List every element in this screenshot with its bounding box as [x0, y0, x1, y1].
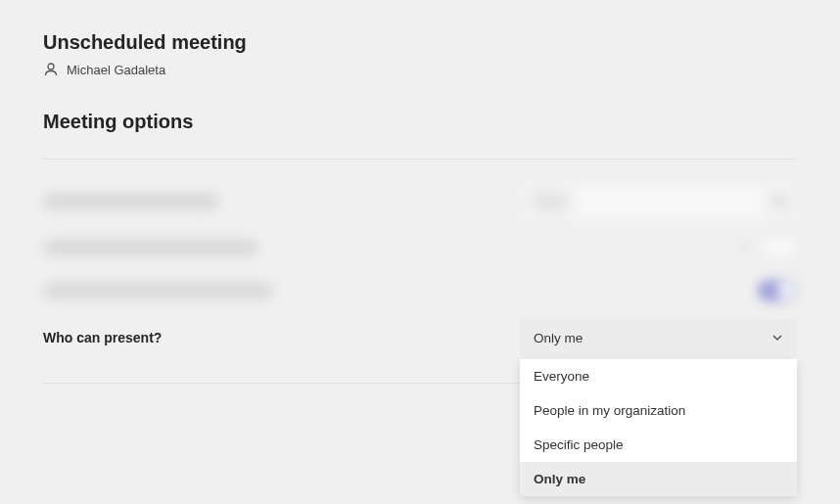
divider [43, 159, 797, 160]
hidden-option-row [43, 177, 797, 226]
dropdown-option-only-me[interactable]: Only me [520, 462, 797, 496]
person-icon [43, 62, 59, 77]
dropdown-selected-value: Only me [534, 331, 583, 345]
meeting-title: Unscheduled meeting [43, 31, 797, 54]
dropdown-option-everyone[interactable]: Everyone [520, 359, 797, 393]
who-can-present-dropdown[interactable]: Only me [520, 318, 797, 357]
who-can-present-menu: Everyone People in my organization Speci… [520, 359, 797, 496]
svg-point-0 [48, 64, 54, 69]
chevron-down-icon [771, 332, 783, 344]
hidden-option-row [43, 269, 797, 312]
who-can-present-row: Who can present? Only me Everyone People… [43, 312, 797, 363]
dropdown-option-specific[interactable]: Specific people [520, 428, 797, 462]
who-can-present-label: Who can present? [43, 330, 162, 345]
hidden-option-row [43, 226, 797, 269]
section-title: Meeting options [43, 111, 797, 133]
organizer-row: Michael Gadaleta [43, 62, 797, 77]
organizer-name: Michael Gadaleta [67, 63, 165, 77]
dropdown-option-org[interactable]: People in my organization [520, 393, 797, 428]
